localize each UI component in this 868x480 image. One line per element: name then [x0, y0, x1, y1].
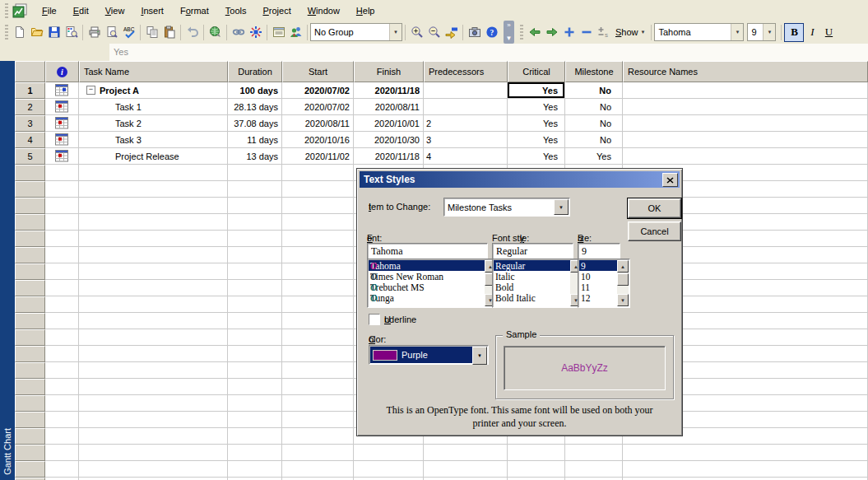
copy-picture-button[interactable] [466, 24, 483, 41]
italic-button[interactable]: I [804, 24, 820, 40]
chevron-down-icon[interactable]: ▼ [389, 24, 402, 40]
cell-milestone-row4[interactable]: No [565, 132, 623, 148]
style-option-regular[interactable]: Regular [494, 260, 570, 271]
insert-hyperlink-button[interactable] [207, 24, 224, 41]
menu-view[interactable]: View [97, 2, 133, 19]
cell-task-row2[interactable]: Task 1 [79, 99, 228, 115]
show-subtasks-button[interactable] [560, 24, 578, 41]
style-option-bold-italic[interactable]: Bold Italic [494, 292, 570, 303]
hide-subtasks-button[interactable] [578, 24, 595, 41]
cell-duration-row2[interactable]: 28.13 days [228, 99, 282, 115]
cell-resource-row3[interactable] [623, 115, 868, 132]
new-document-button[interactable] [11, 24, 28, 41]
chevron-down-icon[interactable]: ▼ [731, 24, 743, 40]
cell-task-row5[interactable]: Project Release [79, 148, 228, 165]
group-by-combo[interactable]: No Group ▼ [310, 23, 402, 41]
cell-pred-row1[interactable] [424, 82, 508, 99]
cell-finish-row2[interactable]: 2020/08/11 [354, 99, 424, 115]
cell-num-row1[interactable]: 1 [15, 82, 45, 99]
cell-finish-row3[interactable]: 2020/10/01 [354, 115, 424, 132]
menu-file[interactable]: File [34, 2, 65, 19]
cell-pred-row3[interactable]: 2 [424, 115, 508, 132]
column-header-finish[interactable]: Finish [354, 61, 424, 82]
column-header-num[interactable] [15, 61, 45, 82]
color-combo[interactable]: Purple ▼ [369, 345, 489, 365]
cell-info-row1[interactable] [45, 82, 79, 99]
menu-edit[interactable]: Edit [65, 2, 97, 19]
style-option-bold[interactable]: Bold [494, 282, 570, 292]
cell-num-row5[interactable]: 5 [15, 148, 45, 165]
cell-critical-row4[interactable]: Yes [508, 132, 565, 148]
entry-bar-field[interactable]: Yes [109, 44, 868, 61]
item-to-change-combo[interactable]: Milestone Tasks ▼ [443, 198, 570, 217]
column-header-start[interactable]: Start [282, 61, 354, 82]
cell-finish-row4[interactable]: 2020/10/30 [354, 132, 424, 148]
print-preview-button[interactable] [103, 24, 120, 41]
cell-duration-row3[interactable]: 37.08 days [228, 115, 282, 132]
menu-format[interactable]: Format [172, 2, 217, 19]
cell-info-row5[interactable] [45, 148, 79, 165]
zoom-out-button[interactable] [425, 24, 443, 41]
column-header-resource[interactable]: Resource Names [623, 61, 868, 82]
size-option-12[interactable]: 12 [579, 292, 617, 303]
undo-button[interactable] [183, 24, 201, 41]
cell-start-row3[interactable]: 2020/08/11 [282, 115, 354, 132]
menu-tools[interactable]: Tools [217, 2, 255, 19]
font-style-list[interactable]: RegularItalicBoldBold Italic ▲▼ [492, 259, 583, 308]
menubar-drag-handle[interactable] [5, 3, 8, 18]
font-name-combo[interactable]: Tahoma ▼ [654, 23, 744, 41]
cell-milestone-row3[interactable]: No [565, 115, 623, 132]
assign-resources-button[interactable] [287, 24, 304, 41]
cell-num-row2[interactable]: 2 [15, 99, 45, 115]
cell-resource-row4[interactable] [623, 132, 868, 148]
size-option-10[interactable]: 10 [579, 271, 617, 282]
column-header-duration[interactable]: Duration [228, 61, 282, 82]
cell-resource-row2[interactable] [623, 99, 868, 115]
cell-resource-row5[interactable] [623, 148, 868, 165]
cell-task-row1[interactable]: −Project A [79, 82, 228, 99]
cell-start-row4[interactable]: 2020/10/16 [282, 132, 354, 148]
cell-num-row4[interactable]: 4 [15, 132, 45, 148]
paste-button[interactable] [160, 24, 178, 41]
show-outline-button[interactable]: Show▼ [612, 25, 648, 40]
chevron-down-icon[interactable]: ▼ [472, 347, 487, 365]
size-list-scrollbar[interactable]: ▲▼ [617, 260, 629, 306]
show-assignments-button[interactable]: s [595, 24, 612, 41]
task-notes-button[interactable] [270, 24, 287, 41]
cell-start-row2[interactable]: 2020/07/02 [282, 99, 354, 115]
cell-critical-row5[interactable]: Yes [508, 148, 565, 165]
print-button[interactable] [86, 24, 103, 41]
chevron-down-icon[interactable]: ▼ [763, 24, 775, 40]
cell-start-row5[interactable]: 2020/11/02 [282, 148, 354, 165]
indent-button[interactable] [543, 24, 560, 41]
column-header-critical[interactable]: Critical [508, 61, 565, 82]
open-button[interactable] [28, 24, 45, 41]
menu-insert[interactable]: Insert [132, 2, 172, 19]
cell-milestone-row1[interactable]: No [565, 82, 623, 99]
font-option-trebuchet-ms[interactable]: OTrebuchet MS [369, 282, 485, 292]
cell-critical-row3[interactable]: Yes [508, 115, 565, 132]
cancel-button[interactable]: Cancel [628, 221, 681, 241]
save-button[interactable] [45, 24, 63, 41]
go-to-selected-task-button[interactable] [443, 24, 460, 41]
font-option-times-new-roman[interactable]: OTimes New Roman [369, 271, 485, 282]
font-option-tahoma[interactable]: OTahoma [369, 260, 485, 271]
outdent-button[interactable] [526, 24, 543, 41]
dialog-title-bar[interactable]: Text Styles [360, 171, 680, 188]
cell-pred-row2[interactable] [424, 99, 508, 115]
menu-project[interactable]: Project [254, 2, 299, 19]
bold-button[interactable]: B [784, 23, 804, 42]
cell-info-row2[interactable] [45, 99, 79, 115]
cell-start-row1[interactable]: 2020/07/02 [282, 82, 354, 99]
format-toolbar-drag-handle[interactable] [520, 25, 523, 40]
column-header-task[interactable]: Task Name [79, 61, 228, 82]
help-button[interactable]: ? [483, 24, 500, 41]
column-header-info[interactable]: i [45, 61, 79, 82]
cell-resource-row1[interactable] [623, 82, 868, 99]
document-search-button[interactable] [63, 24, 80, 41]
size-option-9[interactable]: 9 [579, 260, 617, 271]
column-header-milestone[interactable]: Milestone [565, 61, 623, 82]
ok-button[interactable]: OK [628, 198, 681, 218]
cell-task-row4[interactable]: Task 3 [79, 132, 228, 148]
toolbar-drag-handle[interactable] [5, 25, 8, 40]
